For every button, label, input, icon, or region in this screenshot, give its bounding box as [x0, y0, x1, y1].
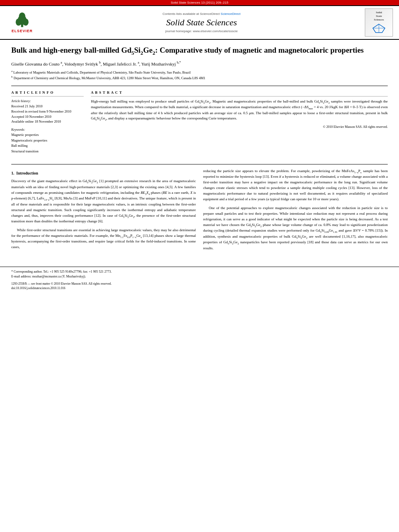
- authors-line: Giselle Giovanna do Couto a, Volodymyr S…: [11, 60, 388, 67]
- contents-line: Contents lists available at ScienceDirec…: [44, 12, 359, 16]
- accepted-date: Accepted 10 November 2010: [11, 114, 84, 119]
- body-col-2: reducing the particle size appears to el…: [203, 168, 388, 255]
- solid-state-icon: SolidStateSciences: [365, 8, 393, 37]
- col2-para-1: reducing the particle size appears to el…: [203, 168, 388, 202]
- available-date: Available online 18 November 2010: [11, 119, 84, 124]
- journal-header: ELSEVIER Contents lists available at Sci…: [0, 5, 399, 40]
- keywords-label: Keywords:: [11, 127, 84, 132]
- email-line: E-mail address: mozhar@mcmaster.ca (Y. M…: [11, 274, 388, 279]
- sciencedirect-link[interactable]: ScienceDirect: [221, 12, 241, 16]
- footer: * Corresponding author. Tel.: +1 905 525…: [0, 267, 399, 295]
- elsevier-logo-area: ELSEVIER: [4, 10, 40, 35]
- contents-text: Contents lists available at ScienceDirec…: [162, 12, 220, 16]
- affiliation-b: Department of Chemistry and Chemical Bio…: [14, 76, 206, 80]
- keyword-3: Ball milling: [11, 143, 84, 149]
- history-label: Article history:: [11, 99, 84, 104]
- revised-date: Received in revised form 9 November 2010: [11, 109, 84, 114]
- abstract-copyright: © 2010 Elsevier Masson SAS. All rights r…: [91, 125, 388, 129]
- article-info-label: A R T I C L E I N F O: [11, 90, 84, 97]
- issn-line: 1293-2558/$ — see front matter © 2010 El…: [11, 281, 388, 286]
- svg-point-4: [19, 12, 25, 21]
- keyword-2: Magnetocaloric properties: [11, 138, 84, 144]
- intro-heading: 1. Introduction: [11, 170, 196, 177]
- affiliation-a: Laboratory of Magnetic Materials and Col…: [13, 70, 191, 74]
- received-date: Received 21 July 2010: [11, 104, 84, 109]
- divider-1: [11, 86, 388, 86]
- history-group: Article history: Received 21 July 2010 R…: [11, 99, 84, 124]
- abstract-label: A B S T R A C T: [91, 90, 388, 97]
- keyword-1: Magnetic properties: [11, 132, 84, 138]
- journal-url: journal homepage: www.elsevier.com/locat…: [44, 29, 359, 33]
- body-text-area: 1. Introduction Discovery of the giant m…: [11, 168, 388, 255]
- col2-para-2: One of the potential approaches to explo…: [203, 205, 388, 251]
- elsevier-logo: ELSEVIER: [6, 10, 38, 35]
- keywords-list: Magnetic properties Magnetocaloric prope…: [11, 132, 84, 154]
- article-title: Bulk and high-energy ball-milled Gd5Si2G…: [11, 45, 388, 56]
- footer-issn-doi: 1293-2558/$ — see front matter © 2010 El…: [11, 281, 388, 291]
- email-value: mozhar@mcmaster.ca (Y. Mozharivskyj).: [32, 275, 86, 278]
- corresponding-author-note: * Corresponding author. Tel.: +1 905 525…: [11, 269, 388, 274]
- elsevier-label: ELSEVIER: [12, 29, 33, 33]
- intro-para-2: While first-order structural transitions…: [11, 228, 196, 250]
- info-abstract-area: A R T I C L E I N F O Article history: R…: [11, 90, 388, 158]
- journal-bar-text: Solid State Sciences 13 (2011) 209–215: [171, 1, 228, 4]
- keywords-group: Keywords: Magnetic properties Magnetocal…: [11, 127, 84, 154]
- crystal-icon: [371, 23, 387, 33]
- keyword-4: Structural transition: [11, 149, 84, 154]
- abstract-text: High-energy ball milling was employed to…: [91, 99, 388, 121]
- journal-logo-right: SolidStateSciences: [363, 8, 395, 37]
- doi-line: doi:10.1016/j.solidstatesciences.2010.11…: [11, 286, 388, 290]
- journal-url-text: journal homepage: www.elsevier.com/locat…: [165, 29, 238, 33]
- intro-para-1: Discovery of the giant magnetocaloric ef…: [11, 179, 196, 224]
- journal-bar: Solid State Sciences 13 (2011) 209–215: [0, 0, 399, 5]
- journal-title: Solid State Sciences: [44, 17, 359, 28]
- body-col-1: 1. Introduction Discovery of the giant m…: [11, 168, 196, 255]
- email-label: E-mail address:: [11, 275, 31, 278]
- main-content: Bulk and high-energy ball-milled Gd5Si2G…: [0, 40, 399, 260]
- star-note: * Corresponding author. Tel.: +1 905 525…: [11, 270, 111, 273]
- affiliations: a Laboratory of Magnetic Materials and C…: [11, 70, 388, 80]
- article-info-panel: A R T I C L E I N F O Article history: R…: [11, 90, 84, 158]
- abstract-panel: A B S T R A C T High-energy ball milling…: [91, 90, 388, 158]
- elsevier-tree-icon: [12, 12, 32, 28]
- journal-info-center: Contents lists available at ScienceDirec…: [44, 12, 359, 33]
- divider-2: [11, 164, 388, 164]
